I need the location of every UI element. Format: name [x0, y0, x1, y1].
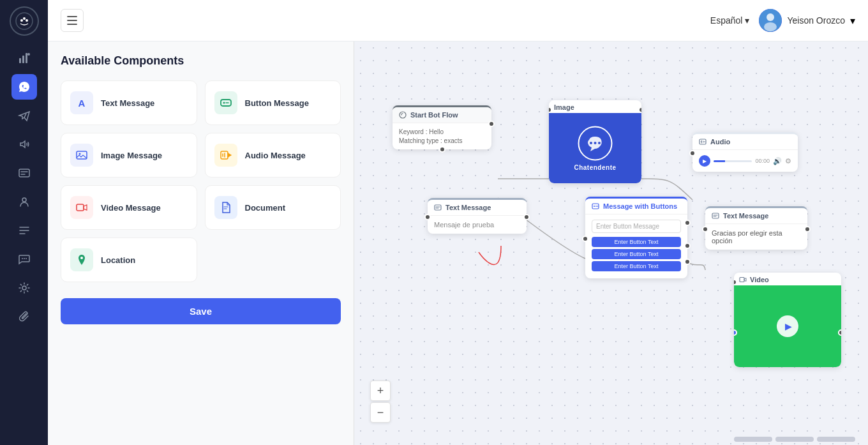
svg-point-20: [79, 153, 81, 155]
flow-btn-3[interactable]: Enter Button Text: [592, 261, 681, 271]
component-location[interactable]: Location: [61, 238, 197, 282]
scroll-thumb-3: [817, 437, 855, 442]
hamburger-button[interactable]: [61, 9, 84, 32]
zoom-in-button[interactable]: +: [370, 381, 391, 401]
user-name-label: Yeison Orozco: [787, 15, 845, 26]
attachment-icon[interactable]: [11, 304, 37, 329]
user-profile[interactable]: Yeison Orozco ▾: [759, 9, 855, 32]
node-image[interactable]: Image Chatendente: [549, 100, 641, 183]
svg-point-12: [26, 258, 27, 259]
component-text-message[interactable]: A Text Message: [61, 80, 197, 125]
start-matching: Matching type : exacts: [399, 137, 485, 144]
node-audio[interactable]: Audio ▶ 00:00 🔊 ⚙: [692, 132, 798, 172]
video-output-port: [838, 329, 841, 336]
component-button-message[interactable]: Button Message: [205, 80, 341, 125]
language-label: Español: [710, 15, 743, 26]
component-video-message[interactable]: Video Message: [61, 185, 197, 230]
save-button[interactable]: Save: [61, 298, 341, 324]
header: Español ▾ Yeison Orozco ▾: [48, 0, 868, 41]
chatendente-brand-text: Chatendente: [574, 164, 616, 171]
svg-point-16: [764, 22, 777, 31]
header-left: [61, 9, 84, 32]
audio-volume-icon: 🔊: [773, 157, 782, 165]
node-text-message-2[interactable]: Text Message Gracias por elegir esta opc…: [705, 206, 807, 250]
text-msg-1-output-port: [523, 214, 530, 220]
component-document[interactable]: Document: [205, 185, 341, 230]
text-msg-1-input-port: [424, 214, 431, 220]
video-play-button[interactable]: ▶: [777, 315, 798, 337]
svg-rect-34: [712, 213, 719, 218]
audio-progress-bar: [714, 160, 752, 162]
component-image-message[interactable]: Image Message: [61, 133, 197, 177]
node-video[interactable]: Video ▶: [734, 273, 841, 367]
image-node-content: Chatendente: [549, 113, 641, 183]
video-node-title: Video: [734, 273, 841, 285]
btn-msg-input-port: [582, 236, 588, 242]
svg-point-28: [590, 142, 592, 144]
document-label: Document: [245, 203, 286, 213]
svg-rect-35: [740, 278, 744, 282]
canvas-area[interactable]: Start Bot Flow Keyword : Hello Matching …: [354, 41, 868, 445]
svg-rect-6: [26, 53, 27, 63]
message-icon[interactable]: [11, 160, 37, 186]
users-icon[interactable]: [11, 189, 37, 215]
components-panel: Available Components A Text Message: [48, 41, 354, 445]
start-keyword: Keyword : Hello: [399, 128, 485, 135]
queue-icon[interactable]: [11, 218, 37, 243]
audio-time: 00:00: [755, 158, 770, 164]
zoom-controls: + −: [370, 381, 391, 423]
scroll-thumb-1: [734, 437, 772, 442]
audio-settings-icon: ⚙: [785, 157, 791, 165]
btn-msg-output-port-2: [684, 243, 691, 249]
node-start-bot-flow[interactable]: Start Bot Flow Keyword : Hello Matching …: [393, 105, 491, 149]
text-msg-2-body: Gracias por elegir esta opción: [712, 229, 782, 245]
main-area: Español ▾ Yeison Orozco ▾ Available Comp…: [48, 0, 868, 445]
flow-btn-2[interactable]: Enter Button Text: [592, 249, 681, 259]
audio-input-port: [689, 150, 696, 156]
svg-rect-8: [19, 169, 29, 177]
settings-icon[interactable]: [11, 275, 37, 301]
svg-point-23: [80, 257, 83, 259]
chat-bubble-icon[interactable]: [11, 246, 37, 272]
analytics-icon[interactable]: [11, 45, 37, 71]
button-message-label: Button Message: [245, 98, 309, 108]
btn-msg-icon: [592, 202, 599, 210]
btn-msg-placeholder: Enter Button Message: [592, 220, 681, 233]
megaphone-icon[interactable]: [11, 132, 37, 157]
image-node-title: Image: [549, 100, 641, 113]
text-msg-1-body: Mensaje de prueba: [434, 221, 494, 229]
video-preview: ▶: [734, 285, 841, 367]
svg-rect-19: [77, 151, 87, 159]
zoom-out-button[interactable]: −: [370, 402, 391, 423]
svg-rect-5: [22, 56, 24, 63]
svg-point-3: [26, 19, 28, 22]
text-message-icon: A: [70, 91, 93, 114]
telegram-icon[interactable]: [11, 103, 37, 128]
svg-point-25: [400, 112, 406, 118]
flow-btn-1[interactable]: Enter Button Text: [592, 237, 681, 247]
avatar: [759, 9, 782, 32]
user-chevron-icon: ▾: [850, 15, 855, 27]
svg-point-1: [20, 19, 23, 22]
btn-msg-output-port-1: [684, 220, 691, 226]
canvas-scrollbar[interactable]: [734, 437, 855, 442]
image-output-port: [638, 107, 641, 113]
chatendente-logo: Chatendente: [549, 113, 641, 183]
text-msg-2-icon: [712, 212, 719, 220]
language-selector[interactable]: Español ▾: [710, 15, 750, 26]
video-message-icon: [70, 196, 93, 219]
whatsapp-icon[interactable]: [11, 74, 37, 100]
panel-title: Available Components: [61, 54, 341, 68]
svg-point-18: [223, 102, 225, 104]
node-text-message-1[interactable]: Text Message Mensaje de prueba: [428, 198, 527, 234]
audio-play-button[interactable]: ▶: [699, 155, 710, 167]
scroll-thumb-2: [775, 437, 814, 442]
svg-point-29: [594, 142, 597, 144]
image-message-label: Image Message: [101, 151, 162, 160]
location-label: Location: [101, 255, 135, 265]
component-audio-message[interactable]: Audio Message: [205, 133, 341, 177]
node-button-message[interactable]: Message with Buttons Enter Button Messag…: [585, 197, 687, 278]
svg-point-9: [22, 198, 26, 202]
lang-chevron-icon: ▾: [745, 15, 749, 26]
svg-rect-4: [19, 58, 21, 63]
